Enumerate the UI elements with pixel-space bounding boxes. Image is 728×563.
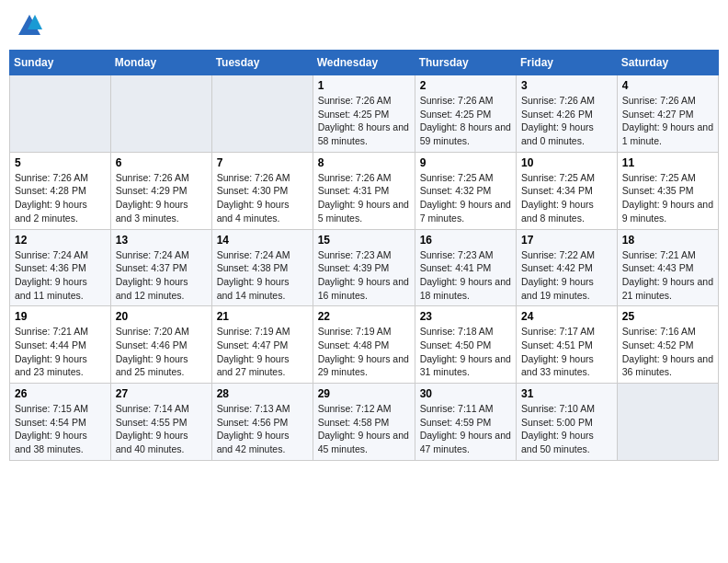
day-number: 21 [217, 310, 308, 323]
header-day: Saturday [617, 51, 718, 75]
day-number: 19 [15, 310, 106, 323]
day-info: Sunrise: 7:25 AMSunset: 4:34 PMDaylight:… [521, 171, 612, 225]
day-info: Sunrise: 7:26 AMSunset: 4:25 PMDaylight:… [318, 94, 410, 148]
day-info: Sunrise: 7:24 AMSunset: 4:36 PMDaylight:… [15, 248, 106, 303]
calendar-day-cell: 3Sunrise: 7:26 AMSunset: 4:26 PMDaylight… [517, 75, 618, 153]
day-number: 7 [217, 156, 308, 169]
day-number: 11 [622, 156, 713, 169]
day-number: 17 [521, 234, 612, 247]
calendar-day-cell: 27Sunrise: 7:14 AMSunset: 4:55 PMDayligh… [110, 384, 211, 461]
day-info: Sunrise: 7:24 AMSunset: 4:37 PMDaylight:… [116, 248, 207, 303]
calendar-day-cell: 11Sunrise: 7:25 AMSunset: 4:35 PMDayligh… [617, 152, 718, 229]
calendar-day-cell: 14Sunrise: 7:24 AMSunset: 4:38 PMDayligh… [211, 229, 313, 306]
calendar-day-cell: 15Sunrise: 7:23 AMSunset: 4:39 PMDayligh… [313, 229, 415, 306]
day-number: 18 [622, 234, 713, 247]
day-info: Sunrise: 7:15 AMSunset: 4:54 PMDaylight:… [15, 402, 106, 456]
day-info: Sunrise: 7:26 AMSunset: 4:30 PMDaylight:… [217, 171, 308, 225]
calendar-day-cell: 13Sunrise: 7:24 AMSunset: 4:37 PMDayligh… [110, 229, 211, 306]
day-info: Sunrise: 7:26 AMSunset: 4:29 PMDaylight:… [116, 171, 207, 225]
day-info: Sunrise: 7:26 AMSunset: 4:27 PMDaylight:… [622, 94, 713, 148]
calendar-day-cell: 7Sunrise: 7:26 AMSunset: 4:30 PMDaylight… [211, 152, 313, 229]
day-number: 3 [521, 79, 612, 92]
calendar-table: SundayMondayTuesdayWednesdayThursdayFrid… [9, 50, 719, 461]
day-number: 25 [622, 310, 713, 323]
day-number: 30 [420, 387, 511, 400]
calendar-body: 1Sunrise: 7:26 AMSunset: 4:25 PMDaylight… [10, 75, 719, 461]
day-info: Sunrise: 7:26 AMSunset: 4:31 PMDaylight:… [318, 171, 410, 225]
day-number: 14 [217, 234, 308, 247]
day-info: Sunrise: 7:11 AMSunset: 4:59 PMDaylight:… [420, 402, 511, 456]
header-day: Tuesday [211, 51, 313, 75]
calendar-day-cell: 1Sunrise: 7:26 AMSunset: 4:25 PMDaylight… [313, 75, 415, 153]
calendar-day-cell: 16Sunrise: 7:23 AMSunset: 4:41 PMDayligh… [415, 229, 516, 306]
calendar-day-cell: 20Sunrise: 7:20 AMSunset: 4:46 PMDayligh… [110, 306, 211, 384]
day-info: Sunrise: 7:19 AMSunset: 4:48 PMDaylight:… [318, 325, 410, 379]
calendar-day-cell: 26Sunrise: 7:15 AMSunset: 4:54 PMDayligh… [10, 384, 111, 461]
calendar-week: 12Sunrise: 7:24 AMSunset: 4:36 PMDayligh… [10, 229, 719, 306]
day-info: Sunrise: 7:19 AMSunset: 4:47 PMDaylight:… [217, 325, 308, 379]
calendar-day-cell: 30Sunrise: 7:11 AMSunset: 4:59 PMDayligh… [415, 384, 516, 461]
day-number: 5 [15, 156, 106, 169]
logo-icon [17, 13, 42, 39]
day-info: Sunrise: 7:24 AMSunset: 4:38 PMDaylight:… [217, 248, 308, 303]
calendar-day-cell: 21Sunrise: 7:19 AMSunset: 4:47 PMDayligh… [211, 306, 313, 384]
calendar-day-cell: 24Sunrise: 7:17 AMSunset: 4:51 PMDayligh… [517, 306, 618, 384]
calendar-day-cell: 28Sunrise: 7:13 AMSunset: 4:56 PMDayligh… [211, 384, 313, 461]
day-info: Sunrise: 7:25 AMSunset: 4:35 PMDaylight:… [622, 171, 713, 225]
day-info: Sunrise: 7:21 AMSunset: 4:44 PMDaylight:… [15, 325, 106, 379]
day-number: 9 [420, 156, 511, 169]
day-number: 24 [521, 310, 612, 323]
day-number: 16 [420, 234, 511, 247]
day-info: Sunrise: 7:17 AMSunset: 4:51 PMDaylight:… [521, 325, 612, 379]
calendar-week: 5Sunrise: 7:26 AMSunset: 4:28 PMDaylight… [10, 152, 719, 229]
day-number: 1 [318, 79, 410, 92]
day-info: Sunrise: 7:26 AMSunset: 4:26 PMDaylight:… [521, 94, 612, 148]
calendar-day-cell: 29Sunrise: 7:12 AMSunset: 4:58 PMDayligh… [313, 384, 415, 461]
calendar-day-cell: 12Sunrise: 7:24 AMSunset: 4:36 PMDayligh… [10, 229, 111, 306]
header-day: Monday [110, 51, 211, 75]
day-number: 20 [116, 310, 207, 323]
day-info: Sunrise: 7:13 AMSunset: 4:56 PMDaylight:… [217, 402, 308, 456]
day-number: 12 [15, 234, 106, 247]
day-info: Sunrise: 7:22 AMSunset: 4:42 PMDaylight:… [521, 248, 612, 303]
calendar-day-cell [110, 75, 211, 153]
day-number: 6 [116, 156, 207, 169]
calendar-day-cell: 25Sunrise: 7:16 AMSunset: 4:52 PMDayligh… [617, 306, 718, 384]
header-row: SundayMondayTuesdayWednesdayThursdayFrid… [10, 51, 719, 75]
header-day: Friday [517, 51, 618, 75]
day-info: Sunrise: 7:14 AMSunset: 4:55 PMDaylight:… [116, 402, 207, 456]
day-number: 23 [420, 310, 511, 323]
calendar-day-cell: 6Sunrise: 7:26 AMSunset: 4:29 PMDaylight… [110, 152, 211, 229]
day-number: 22 [318, 310, 410, 323]
calendar-day-cell: 18Sunrise: 7:21 AMSunset: 4:43 PMDayligh… [617, 229, 718, 306]
day-number: 10 [521, 156, 612, 169]
calendar-week: 1Sunrise: 7:26 AMSunset: 4:25 PMDaylight… [10, 75, 719, 153]
calendar-day-cell: 19Sunrise: 7:21 AMSunset: 4:44 PMDayligh… [10, 306, 111, 384]
day-info: Sunrise: 7:25 AMSunset: 4:32 PMDaylight:… [420, 171, 511, 225]
day-number: 28 [217, 387, 308, 400]
calendar-week: 26Sunrise: 7:15 AMSunset: 4:54 PMDayligh… [10, 384, 719, 461]
logo [17, 13, 46, 39]
day-number: 15 [318, 234, 410, 247]
day-info: Sunrise: 7:23 AMSunset: 4:39 PMDaylight:… [318, 248, 410, 303]
day-number: 26 [15, 387, 106, 400]
calendar-header: SundayMondayTuesdayWednesdayThursdayFrid… [10, 51, 719, 75]
day-number: 8 [318, 156, 410, 169]
day-number: 4 [622, 79, 713, 92]
day-number: 29 [318, 387, 410, 400]
day-number: 2 [420, 79, 511, 92]
header-day: Sunday [10, 51, 111, 75]
calendar-day-cell: 31Sunrise: 7:10 AMSunset: 5:00 PMDayligh… [517, 384, 618, 461]
calendar-day-cell: 22Sunrise: 7:19 AMSunset: 4:48 PMDayligh… [313, 306, 415, 384]
day-info: Sunrise: 7:21 AMSunset: 4:43 PMDaylight:… [622, 248, 713, 303]
calendar-day-cell [617, 384, 718, 461]
calendar-day-cell [10, 75, 111, 153]
day-info: Sunrise: 7:26 AMSunset: 4:28 PMDaylight:… [15, 171, 106, 225]
calendar-day-cell: 5Sunrise: 7:26 AMSunset: 4:28 PMDaylight… [10, 152, 111, 229]
calendar-week: 19Sunrise: 7:21 AMSunset: 4:44 PMDayligh… [10, 306, 719, 384]
calendar-day-cell: 4Sunrise: 7:26 AMSunset: 4:27 PMDaylight… [617, 75, 718, 153]
header-day: Thursday [415, 51, 516, 75]
day-info: Sunrise: 7:12 AMSunset: 4:58 PMDaylight:… [318, 402, 410, 456]
calendar-day-cell [211, 75, 313, 153]
day-number: 13 [116, 234, 207, 247]
